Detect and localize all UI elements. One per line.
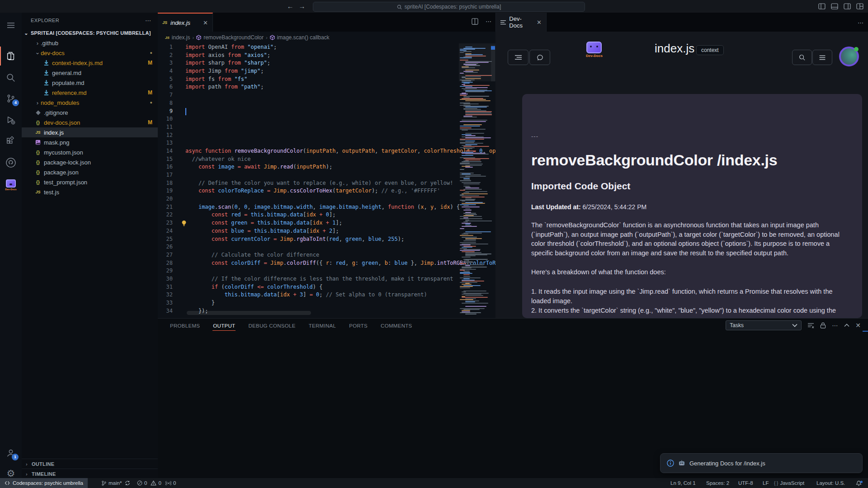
language-mode[interactable]: { } JavaScript	[774, 478, 804, 488]
minimap-slider[interactable]	[459, 43, 495, 81]
tree-item-context-index-js-md[interactable]: context-index.js.mdM	[22, 58, 158, 68]
menu-icon[interactable]	[0, 16, 22, 34]
tree-item-test-js[interactable]: JStest.js	[22, 187, 158, 197]
line-number: 26	[158, 243, 173, 251]
extensions-icon[interactable]	[0, 132, 22, 150]
avatar[interactable]	[839, 47, 859, 66]
breadcrumb[interactable]: JSindex.js›removeBackgroundColor›image.s…	[158, 32, 495, 43]
tree-item-general-md[interactable]: general.md	[22, 68, 158, 78]
customize-layout-icon[interactable]	[856, 3, 863, 10]
panel-tab-output[interactable]: OUTPUT	[212, 320, 236, 331]
search-view-icon[interactable]	[0, 69, 22, 87]
code-line-17: 17	[158, 171, 495, 179]
explorer-more-icon[interactable]: ⋯	[145, 17, 151, 24]
toggle-secondary-sidebar-icon[interactable]	[844, 3, 851, 10]
close-tab-icon[interactable]: ✕	[537, 19, 542, 26]
tree-item-populate-md[interactable]: populate.md	[22, 78, 158, 88]
panel-scroll-decoration	[863, 331, 868, 332]
tab-devdocs[interactable]: Dev-Docs ✕	[496, 13, 547, 32]
tree-item-reference-md[interactable]: reference.mdM	[22, 88, 158, 98]
context-badge[interactable]: context	[696, 45, 724, 55]
ports-indicator[interactable]: 0	[165, 478, 176, 488]
panel-tab-debug-console[interactable]: DEBUG CONSOLE	[248, 320, 296, 331]
accounts-icon[interactable]: 1	[0, 444, 22, 462]
problems-indicator[interactable]: 0 0	[137, 478, 161, 488]
tree-item-mask-png[interactable]: mask.png	[22, 137, 158, 147]
horizontal-scrollbar[interactable]	[187, 311, 311, 315]
forward-arrow-icon[interactable]: →	[297, 0, 307, 13]
close-tab-icon[interactable]: ✕	[203, 19, 208, 26]
panel-more-icon[interactable]: ⋯	[832, 322, 838, 329]
back-arrow-icon[interactable]: ←	[285, 0, 296, 13]
outline-section[interactable]: › OUTLINE	[22, 459, 158, 469]
clear-output-icon[interactable]	[807, 323, 814, 328]
tree-item-package-json[interactable]: {}package.json	[22, 167, 158, 177]
run-debug-icon[interactable]	[0, 111, 22, 129]
cursor-position[interactable]: Ln 9, Col 1	[670, 478, 696, 488]
chat-button[interactable]	[529, 50, 550, 65]
minimap[interactable]	[459, 43, 492, 317]
keyboard-layout[interactable]: Layout: U.S.	[816, 478, 845, 488]
tree-item-dev-docs-json[interactable]: {}dev-docs.jsonM	[22, 117, 158, 127]
devdocs-view-icon[interactable]: Dev-Docs	[0, 174, 22, 195]
devdocs-more-actions-icon[interactable]: ⋯	[858, 19, 864, 26]
panel-tab-problems[interactable]: PROBLEMS	[170, 320, 200, 331]
doc-search-button[interactable]	[792, 50, 812, 65]
breadcrumb-item[interactable]: removeBackgroundColor	[203, 34, 264, 41]
indentation[interactable]: Spaces: 2	[706, 478, 729, 488]
tree-item-test-prompt-json[interactable]: {}test_prompt.json	[22, 177, 158, 187]
tab-index-js[interactable]: JS index.js ✕	[158, 13, 213, 32]
breadcrumb-item[interactable]: index.js	[172, 34, 190, 41]
errors-count: 0	[144, 480, 147, 486]
tree-item-index-js[interactable]: JSindex.js	[22, 127, 158, 137]
code-text	[173, 91, 185, 99]
tree-item--github[interactable]: ›.github	[22, 38, 158, 48]
code-editor[interactable]: 1import OpenAI from "openai";2import axi…	[158, 43, 495, 318]
tree-root[interactable]: ⌄ SPRITEAI [CODESPACES: PSYCHIC UMBRELLA…	[22, 28, 158, 38]
editor-more-actions-icon[interactable]: ⋯	[486, 18, 492, 25]
notifications-bell[interactable]	[856, 478, 862, 488]
tree-item-mycustom-json[interactable]: {}mycustom.json	[22, 147, 158, 157]
encoding[interactable]: UTF-8	[738, 478, 753, 488]
branch-indicator[interactable]: main*	[101, 478, 122, 488]
panel-tab-ports[interactable]: PORTS	[349, 320, 368, 331]
line-number: 1	[158, 43, 173, 52]
chevron-up-icon[interactable]	[844, 324, 849, 327]
timeline-section[interactable]: › TIMELINE	[22, 469, 158, 479]
github-icon[interactable]	[0, 154, 22, 172]
toggle-sidebar-icon[interactable]	[818, 3, 826, 10]
output-channel-select[interactable]: Tasks	[726, 320, 802, 330]
tree-item-dev-docs[interactable]: ⌄dev-docs●	[22, 48, 158, 58]
command-center[interactable]: spriteAI [Codespaces: psychic umbrella]	[313, 2, 585, 12]
code-line-30: 30 // If the color difference is less th…	[158, 275, 495, 283]
eol-sequence[interactable]: LF	[763, 478, 769, 488]
code-line-27: 27 // Calculate the color difference	[158, 251, 495, 259]
close-panel-icon[interactable]: ✕	[855, 322, 861, 329]
json-file-icon: {}	[34, 169, 42, 176]
tree-item-package-lock-json[interactable]: {}package-lock.json	[22, 157, 158, 167]
tree-item-node-modules[interactable]: ›node_modules●	[22, 98, 158, 108]
sync-indicator[interactable]	[125, 478, 130, 488]
doc-menu-button[interactable]	[812, 50, 832, 65]
tree-item--gitignore[interactable]: .gitignore	[22, 108, 158, 117]
panel-tab-terminal[interactable]: TERMINAL	[308, 320, 337, 331]
minimap-line	[462, 234, 468, 235]
panel-tab-comments[interactable]: COMMENTS	[380, 320, 412, 331]
remote-indicator[interactable]: Codespaces: psychic umbrella	[0, 478, 88, 488]
outline-label: OUTLINE	[32, 461, 54, 467]
tree-item-label: test_prompt.json	[44, 179, 87, 186]
vertical-scrollbar[interactable]	[491, 45, 495, 81]
tree-item-label: general.md	[52, 70, 81, 76]
ports-count: 0	[173, 480, 176, 486]
source-control-icon[interactable]: 4	[0, 89, 22, 108]
outline-menu-button[interactable]	[508, 50, 528, 65]
minimap-line	[460, 244, 471, 245]
lightbulb-icon[interactable]	[181, 220, 187, 226]
file-tree: ⌄ SPRITEAI [CODESPACES: PSYCHIC UMBRELLA…	[22, 28, 158, 197]
lock-icon[interactable]	[820, 322, 826, 328]
explorer-icon[interactable]	[0, 47, 22, 65]
breadcrumb-item[interactable]: image.scan() callback	[277, 34, 330, 41]
notification-toast[interactable]: Generating Docs for /index.js	[660, 453, 863, 473]
split-editor-icon[interactable]	[472, 18, 478, 25]
toggle-panel-icon[interactable]	[831, 3, 838, 10]
